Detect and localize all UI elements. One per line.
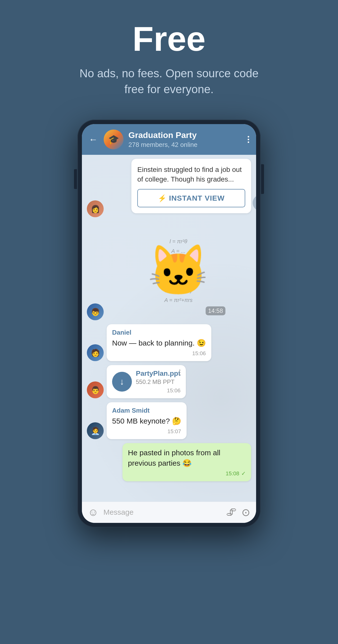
chat-header: ← 🎓 Graduation Party 278 members, 42 onl… <box>82 124 256 155</box>
user-avatar-adam: 🧑‍💼 <box>87 422 104 439</box>
file-size: 550.2 MB PPT <box>136 378 180 386</box>
user-avatar-file: 👨 <box>87 382 104 398</box>
dot <box>248 139 249 140</box>
chat-name: Graduation Party <box>128 130 243 140</box>
chat-body: 👩 Einstein struggled to find a job out o… <box>82 155 256 502</box>
chat-info: Graduation Party 278 members, 42 online <box>128 130 243 148</box>
message-row-adam: 🧑‍💼 Adam Smidt 550 MB keynote? 🤔 15:07 <box>87 402 251 439</box>
message-row-file: 👨 ↓ PartyPlan.ppt 550.2 MB PPT 15:06 <box>87 365 251 398</box>
dot <box>248 142 249 143</box>
phone-screen: ← 🎓 Graduation Party 278 members, 42 onl… <box>82 124 256 523</box>
file-dot <box>179 372 180 373</box>
hero-section: Free No ads, no fees. Open source code f… <box>0 0 338 107</box>
sticker-row: 👦 l = πr²θ A = ... V = l³ P = 2πr A = πr… <box>87 221 251 320</box>
file-meta: 15:06 <box>136 388 180 394</box>
file-more-button[interactable] <box>179 370 180 375</box>
phone-wrapper: ← 🎓 Graduation Party 278 members, 42 onl… <box>72 120 266 527</box>
sender-name-daniel: Daniel <box>112 329 206 336</box>
file-name: PartyPlan.ppt <box>136 370 180 378</box>
attach-button[interactable]: 🖇 <box>226 506 237 518</box>
message-bubble-daniel: Daniel Now — back to planning. 😉 15:06 <box>107 324 211 361</box>
camera-button[interactable]: ⊙ <box>242 506 250 518</box>
sender-name-adam: Adam Smidt <box>112 407 181 414</box>
message-text-daniel: Now — back to planning. 😉 <box>112 338 206 348</box>
emoji-button[interactable]: ☺ <box>88 506 98 518</box>
dot <box>248 136 249 138</box>
chat-members: 278 members, 42 online <box>128 141 243 148</box>
message-time-daniel: 15:06 <box>192 350 206 357</box>
instant-view-bubble: Einstein struggled to find a job out of … <box>131 159 251 213</box>
message-meta-own: 15:08 ✓ <box>128 470 246 477</box>
instant-view-row: 👩 Einstein struggled to find a job out o… <box>87 159 251 217</box>
input-bar: ☺ Message 🖇 ⊙ <box>82 502 256 523</box>
file-bubble: ↓ PartyPlan.ppt 550.2 MB PPT 15:06 <box>107 365 186 398</box>
hero-title: Free <box>132 20 206 58</box>
message-time-adam: 15:07 <box>168 428 181 435</box>
phone-outer: ← 🎓 Graduation Party 278 members, 42 onl… <box>77 120 261 527</box>
message-bubble-adam: Adam Smidt 550 MB keynote? 🤔 15:07 <box>107 402 187 439</box>
user-avatar-sticker: 👦 <box>87 304 104 320</box>
iv-text: Einstein struggled to find a job out of … <box>137 165 245 184</box>
message-input[interactable]: Message <box>103 508 221 516</box>
file-download-icon[interactable]: ↓ <box>112 372 132 392</box>
user-avatar-daniel: 🧑 <box>87 344 104 361</box>
message-row-daniel: 🧑 Daniel Now — back to planning. 😉 15:06 <box>87 324 251 361</box>
message-row-own: He pasted in photos from all previous pa… <box>87 443 251 481</box>
message-time-own: 15:08 <box>226 470 239 477</box>
file-dot <box>179 374 180 375</box>
more-button[interactable] <box>248 136 249 143</box>
instant-view-button[interactable]: ⚡ INSTANT VIEW <box>137 189 245 207</box>
file-info: PartyPlan.ppt 550.2 MB PPT 15:06 <box>136 370 180 394</box>
user-avatar-girl: 👩 <box>87 200 104 217</box>
sticker-area: l = πr²θ A = ... V = l³ P = 2πr A = πr² … <box>131 226 225 315</box>
group-avatar: 🎓 <box>104 130 123 149</box>
check-icon: ✓ <box>241 470 246 477</box>
message-text-adam: 550 MB keynote? 🤔 <box>112 416 181 426</box>
hero-subtitle: No ads, no fees. Open source code free f… <box>70 66 268 97</box>
message-bubble-own: He pasted in photos from all previous pa… <box>122 443 251 481</box>
file-time: 15:06 <box>167 388 180 394</box>
iv-button-label: INSTANT VIEW <box>169 194 225 202</box>
forward-button[interactable]: ↩ <box>253 195 256 211</box>
back-button[interactable]: ← <box>89 134 98 145</box>
sticker-time: 14:58 <box>206 306 225 315</box>
message-text-own: He pasted in photos from all previous pa… <box>128 448 246 468</box>
message-meta-daniel: 15:06 <box>112 350 206 357</box>
message-meta-adam: 15:07 <box>112 428 181 435</box>
cat-sticker: 🐱 <box>131 226 225 315</box>
file-dot <box>179 370 180 371</box>
lightning-icon: ⚡ <box>158 194 167 202</box>
